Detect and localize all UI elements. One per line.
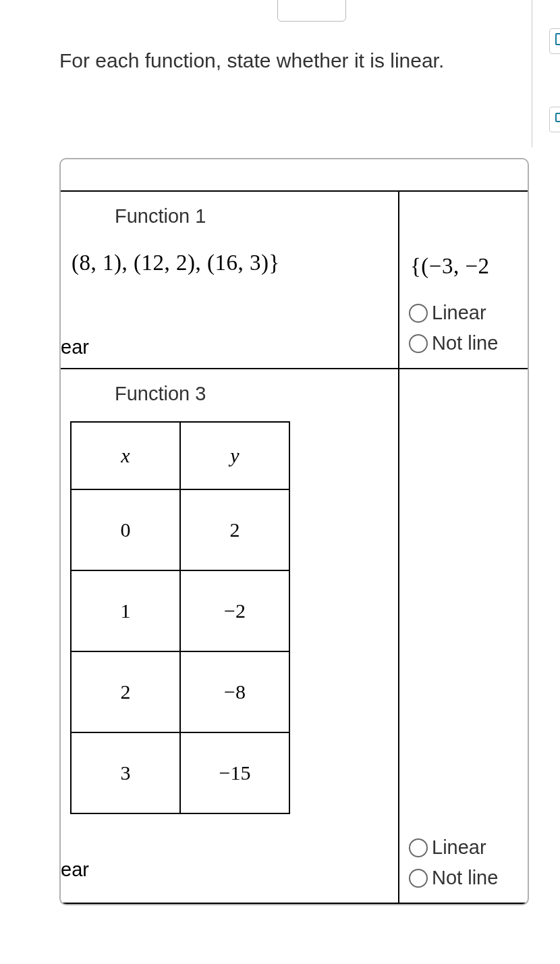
option-label: Linear	[432, 298, 486, 328]
notes-button[interactable]	[549, 107, 560, 132]
function-4-linear-option[interactable]: Linear	[409, 832, 521, 863]
left-truncated-text: ear	[61, 336, 398, 368]
function-2-linear-option[interactable]: Linear	[409, 298, 521, 328]
option-label: Linear	[432, 832, 486, 863]
radio-icon	[409, 304, 428, 323]
table-row: 1 −2	[71, 570, 289, 651]
option-label: Not line	[432, 863, 498, 893]
table-header-x: x	[71, 422, 180, 489]
row-function-3-4: Function 3 x y 0 2 1 −2 2 −8	[61, 369, 528, 903]
option-label: Not line	[432, 328, 498, 358]
function-1-label: Function 1	[61, 192, 398, 238]
question-prompt: For each function, state whether it is l…	[59, 46, 505, 76]
table-row: 2 −8	[71, 651, 289, 732]
radio-icon	[409, 838, 428, 857]
function-1-points: (8, 1), (12, 2), (16, 3)}	[61, 238, 398, 282]
function-2-not-linear-option[interactable]: Not line	[409, 328, 521, 358]
radio-icon	[409, 334, 428, 353]
function-3-table: x y 0 2 1 −2 2 −8 3 −15	[70, 421, 290, 814]
radio-icon	[409, 869, 428, 888]
toolbar-box	[277, 0, 346, 22]
table-header-y: y	[180, 422, 289, 489]
row-function-1-2: Function 1 (8, 1), (12, 2), (16, 3)} ear…	[61, 192, 528, 368]
table-row: 0 2	[71, 489, 289, 570]
table-row: 3 −15	[71, 732, 289, 813]
left-truncated-text-bottom: ear	[61, 859, 398, 890]
function-2-points-partial: {(−3, −2	[409, 242, 521, 286]
function-4-not-linear-option[interactable]: Not line	[409, 863, 521, 893]
calculator-button[interactable]	[549, 28, 560, 54]
question-panel: Function 1 (8, 1), (12, 2), (16, 3)} ear…	[59, 158, 529, 905]
right-rail-divider	[532, 0, 532, 147]
function-3-label: Function 3	[61, 369, 398, 416]
